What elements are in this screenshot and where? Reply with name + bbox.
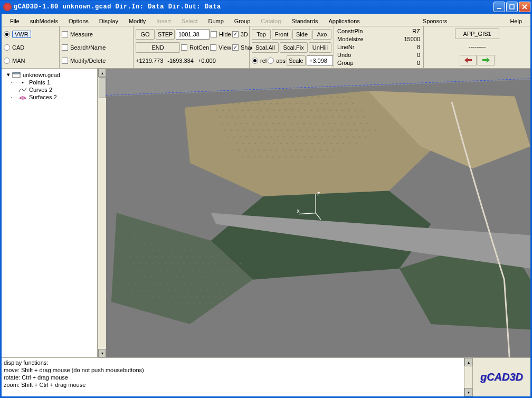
coord-z: +0.000	[198, 58, 216, 64]
tree-curves-label: Curves 2	[29, 87, 52, 93]
menu-group[interactable]: Group	[229, 16, 256, 26]
tree-surfaces-label: Surfaces 2	[29, 94, 57, 100]
undo-value: 0	[417, 51, 420, 59]
model-icon	[12, 72, 21, 78]
menu-standards[interactable]: Standards	[286, 16, 323, 26]
linenr-value: 8	[417, 43, 420, 51]
scale-button[interactable]: Scale	[287, 55, 306, 66]
constrpln-label: ConstrPln	[337, 27, 363, 35]
check-searchname[interactable]: Search/Name	[62, 42, 131, 53]
minimize-button[interactable]	[493, 2, 505, 12]
coord-y: -1693.334	[167, 58, 194, 64]
axis-z-label: z	[317, 190, 320, 196]
app-dash: ---------	[469, 43, 486, 50]
end-button[interactable]: END	[136, 42, 180, 53]
window-title: gCAD3D-1.80 unknown.gcad Dir.In: Data Di…	[14, 3, 493, 11]
undo-label: Undo	[337, 51, 351, 59]
footer-line2: move: Shift + drag mouse (do not push mo…	[4, 366, 462, 374]
footer-line3: rotate: Ctrl + drag mouse	[4, 374, 462, 381]
menubar: File subModels Options Display Modify In…	[2, 14, 530, 26]
svg-rect-3	[13, 72, 20, 74]
scroll-down-icon[interactable]: ▾	[98, 349, 106, 357]
radio-abs[interactable]: abs	[268, 55, 286, 66]
linenr-label: LineNr	[337, 43, 354, 51]
scalall-button[interactable]: Scal.All	[252, 42, 279, 53]
scroll-up-icon[interactable]: ▴	[464, 358, 472, 366]
modelsize-value: 15000	[404, 35, 420, 43]
svg-rect-1	[510, 5, 514, 9]
coord-x: +1219.773	[136, 58, 163, 64]
maximize-button[interactable]	[506, 2, 518, 12]
menu-sponsors[interactable]: Sponsors	[417, 16, 452, 26]
menu-catalog: Catalog	[255, 16, 286, 26]
help-text: display functions: move: Shift + drag mo…	[2, 358, 464, 396]
minus-icon: ▾	[7, 71, 10, 78]
app-icon	[3, 3, 12, 11]
footer-scrollbar[interactable]: ▴ ▾	[464, 358, 472, 396]
footer: display functions: move: Shift + drag mo…	[2, 357, 530, 396]
side-button[interactable]: Side	[292, 29, 311, 40]
svg-rect-0	[497, 8, 501, 9]
footer-line4: zoom: Shift + Ctrl + drag mouse	[4, 381, 462, 388]
group-value: 0	[417, 59, 420, 67]
front-button[interactable]: Front	[272, 29, 291, 40]
back-button[interactable]	[460, 55, 477, 65]
logo: gCAD3D	[480, 371, 523, 383]
top-button[interactable]: Top	[252, 29, 271, 40]
menu-display[interactable]: Display	[94, 16, 124, 26]
step-button[interactable]: STEP	[156, 29, 175, 40]
menu-modify[interactable]: Modify	[124, 16, 151, 26]
tree-curves[interactable]: Curves 2	[4, 86, 95, 93]
mode-cad[interactable]: CAD	[4, 42, 57, 53]
menu-file[interactable]: File	[5, 16, 25, 26]
curve-icon	[18, 87, 27, 93]
scroll-thumb[interactable]	[99, 77, 106, 98]
scroll-down-icon[interactable]: ▾	[464, 388, 472, 396]
titlebar: gCAD3D-1.80 unknown.gcad Dir.In: Data Di…	[0, 0, 532, 14]
check-hide[interactable]: Hide	[211, 29, 231, 40]
axis-x-label: x	[297, 207, 300, 214]
check-3d[interactable]: ✓3D	[232, 29, 248, 40]
forward-button[interactable]	[478, 55, 495, 65]
radio-rel[interactable]: rel	[252, 55, 267, 66]
tree-scrollbar[interactable]: ▴ ▾	[98, 69, 106, 357]
group-label: Group	[337, 59, 354, 67]
menu-insert: Insert	[151, 16, 176, 26]
modelsize-label: Modelsize	[337, 35, 364, 43]
menu-options[interactable]: Options	[63, 16, 94, 26]
app-name-button[interactable]: APP_GIS1	[455, 29, 499, 39]
point-icon: •	[18, 79, 27, 86]
menu-dump[interactable]: Dump	[203, 16, 229, 26]
menu-applications[interactable]: Applications	[323, 16, 365, 26]
go-button[interactable]: GO	[136, 29, 155, 40]
constrpln-value: RZ	[412, 27, 420, 35]
mode-vwr[interactable]: VWR	[4, 29, 57, 40]
menu-select: Select	[176, 16, 203, 26]
scale-value-input[interactable]: +3.098	[307, 55, 333, 66]
tree-root[interactable]: ▾ unknown.gcad	[4, 71, 95, 79]
close-button[interactable]	[519, 2, 530, 12]
menu-submodels[interactable]: subModels	[25, 16, 63, 26]
check-measure[interactable]: Measure	[62, 29, 131, 40]
tree-surfaces[interactable]: Surfaces 2	[4, 93, 95, 101]
surface-icon	[18, 94, 27, 100]
toolbar: VWR CAD MAN Measure Search/Name Modify/D…	[2, 26, 530, 69]
footer-line1: display functions:	[4, 359, 462, 366]
3d-viewport[interactable]: z x	[106, 69, 530, 357]
check-view[interactable]: View	[210, 42, 231, 53]
tree-root-label: unknown.gcad	[23, 72, 60, 78]
mode-man[interactable]: MAN	[4, 55, 57, 66]
model-tree: ▾ unknown.gcad • Points 1 Curves 2 Surfa…	[2, 69, 98, 357]
unhili-button[interactable]: UnHili	[309, 42, 331, 53]
tree-points-label: Points 1	[29, 79, 50, 86]
step-value-input[interactable]: 1001.38	[176, 29, 210, 40]
scroll-up-icon[interactable]: ▴	[98, 69, 106, 77]
check-rotcen[interactable]: RotCen	[181, 42, 209, 53]
axo-button[interactable]: Axo	[312, 29, 331, 40]
menu-help[interactable]: Help	[505, 16, 527, 26]
tree-points[interactable]: • Points 1	[4, 79, 95, 86]
check-modifydelete[interactable]: Modify/Delete	[62, 55, 131, 66]
scalfix-button[interactable]: Scal.Fix	[280, 42, 308, 53]
